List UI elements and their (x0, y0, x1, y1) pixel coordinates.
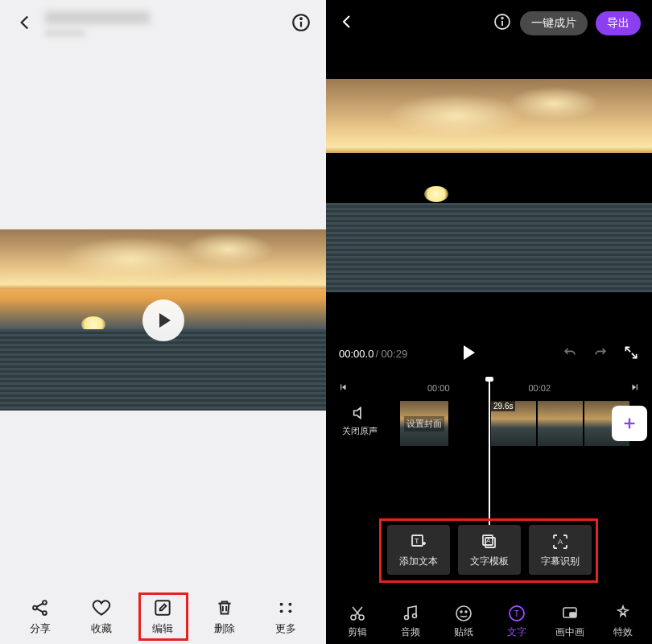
gallery-detail-screen: 分享 收藏 编辑 删除 更多 (0, 0, 326, 644)
fullscreen-icon[interactable] (623, 345, 639, 363)
tab-text[interactable]: T 文字 (490, 604, 543, 639)
svg-text:A: A (558, 538, 563, 546)
text-tool-row: T 添加文本 A 文字模板 A 字幕识别 (387, 525, 592, 575)
right-header: 一键成片 导出 (326, 0, 652, 40)
playhead[interactable] (489, 378, 490, 531)
export-button[interactable]: 导出 (596, 11, 641, 35)
back-button[interactable] (337, 12, 357, 35)
subtitle-recog-label: 字幕识别 (541, 555, 580, 568)
add-text-button[interactable]: T 添加文本 (387, 525, 450, 575)
svg-point-2 (300, 18, 302, 19)
svg-point-34 (456, 606, 471, 621)
skip-end-icon[interactable] (629, 382, 641, 394)
tab-sticker[interactable]: 贴纸 (437, 604, 490, 639)
editor-preview[interactable] (326, 79, 652, 292)
play-icon[interactable] (142, 299, 184, 341)
svg-point-32 (405, 616, 409, 620)
time-duration: / 00:29 (375, 348, 407, 360)
svg-text:T: T (514, 609, 520, 618)
editor-bottom-tabs: 剪辑 音频 贴纸 T 文字 画中画 特效 滤 (326, 604, 652, 639)
svg-text:A: A (486, 537, 491, 544)
tab-sticker-label: 贴纸 (454, 625, 473, 639)
svg-text:T: T (415, 537, 419, 545)
edit-button[interactable]: 编辑 (152, 597, 173, 636)
time-bar: 00:00.0 / 00:29 (326, 345, 652, 363)
redo-icon[interactable] (592, 345, 609, 363)
clip-duration-badge: 29.6s (491, 401, 515, 411)
obscured-title (45, 11, 281, 37)
tab-pip[interactable]: 画中画 (543, 604, 596, 639)
tab-effect[interactable]: 特效 (596, 604, 650, 639)
ruler-tick: 00:02 (528, 383, 551, 393)
video-editor-screen: 一键成片 导出 00:00.0 / 00:29 00:00 00:02 关闭原声… (326, 0, 652, 644)
svg-point-11 (279, 603, 283, 606)
left-header (0, 0, 326, 42)
share-button[interactable]: 分享 (30, 597, 51, 636)
auto-create-button[interactable]: 一键成片 (520, 11, 588, 35)
svg-point-33 (413, 614, 417, 618)
svg-line-6 (37, 604, 43, 607)
play-button[interactable] (464, 345, 475, 362)
svg-point-17 (501, 18, 503, 19)
ruler-tick: 00:00 (427, 383, 450, 393)
text-template-button[interactable]: A 文字模板 (458, 525, 521, 575)
edit-label: 编辑 (152, 621, 173, 636)
svg-point-14 (288, 609, 291, 613)
svg-rect-8 (156, 601, 170, 614)
clip-thumbnail[interactable] (538, 401, 583, 446)
more-label: 更多 (275, 621, 296, 636)
delete-label: 删除 (214, 621, 235, 636)
favorite-label: 收藏 (91, 621, 112, 636)
more-button[interactable]: 更多 (275, 597, 296, 636)
tab-effect-label: 特效 (613, 625, 633, 639)
left-bottom-bar: 分享 收藏 编辑 删除 更多 (0, 597, 326, 636)
time-current: 00:00.0 (339, 348, 373, 360)
undo-icon[interactable] (562, 345, 578, 363)
info-icon[interactable] (291, 12, 312, 36)
add-text-label: 添加文本 (399, 555, 438, 568)
clip-strip[interactable]: 29.6s (491, 401, 629, 446)
svg-point-4 (43, 601, 47, 605)
video-preview[interactable] (0, 229, 326, 411)
text-template-label: 文字模板 (470, 555, 509, 568)
svg-point-3 (33, 606, 37, 610)
back-button[interactable] (14, 12, 35, 36)
svg-point-35 (460, 611, 462, 613)
svg-point-5 (43, 611, 47, 615)
svg-point-12 (288, 603, 291, 606)
svg-rect-40 (570, 613, 576, 617)
favorite-button[interactable]: 收藏 (91, 597, 112, 636)
tab-audio[interactable]: 音频 (384, 604, 437, 639)
svg-point-13 (279, 609, 283, 613)
delete-button[interactable]: 删除 (214, 597, 235, 636)
set-cover-button[interactable]: 设置封面 (400, 401, 448, 446)
mute-toggle[interactable]: 关闭原声 (342, 404, 378, 437)
svg-point-36 (465, 611, 467, 613)
clip-thumbnail[interactable]: 29.6s (491, 401, 536, 446)
tab-cut[interactable]: 剪辑 (331, 604, 384, 639)
info-icon[interactable] (493, 12, 512, 35)
add-clip-button[interactable] (612, 406, 647, 441)
tab-audio-label: 音频 (401, 625, 420, 639)
mute-label: 关闭原声 (342, 426, 378, 436)
share-label: 分享 (30, 621, 51, 636)
tab-cut-label: 剪辑 (348, 625, 367, 639)
svg-line-7 (37, 609, 43, 612)
skip-start-icon[interactable] (337, 382, 349, 394)
subtitle-recognition-button[interactable]: A 字幕识别 (529, 525, 592, 575)
tab-pip-label: 画中画 (555, 625, 584, 639)
tab-text-label: 文字 (507, 625, 526, 639)
